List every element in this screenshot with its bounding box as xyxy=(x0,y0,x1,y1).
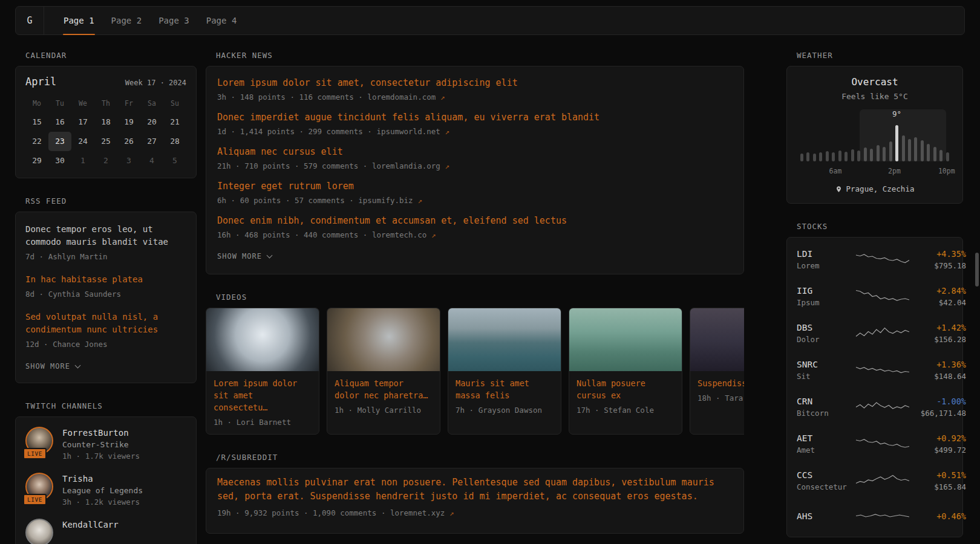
calendar-day[interactable]: 16 xyxy=(48,112,71,132)
hn-show-more-button[interactable]: SHOW MORE xyxy=(217,245,272,268)
tab-page-4[interactable]: Page 4 xyxy=(198,7,246,34)
twitch-channel-info: KendallCarr xyxy=(62,519,119,544)
app-logo[interactable]: G xyxy=(16,7,44,34)
stock-values: -1.00%$66,171.48 xyxy=(910,397,966,418)
video-card[interactable]: Aliquam tempor dolor nec pharetra…1h · M… xyxy=(327,308,440,435)
rss-card: Donec tempor eros leo, ut commodo mauris… xyxy=(15,212,197,383)
hn-story-title[interactable]: Integer eget rutrum lorem xyxy=(217,181,733,192)
calendar-day[interactable]: 30 xyxy=(48,151,71,170)
chevron-down-icon xyxy=(75,362,81,368)
subreddit-post-domain[interactable]: loremnet.xyz xyxy=(390,508,445,517)
hn-story-title[interactable]: Donec enim nibh, condimentum et accumsan… xyxy=(217,215,733,226)
twitch-channel-name[interactable]: ForrestBurton xyxy=(62,427,140,438)
subreddit-post-info: 19h · 9,932 points · 1,090 comments xyxy=(217,508,376,517)
stock-row[interactable]: CRNBitcorn-1.00%$66,171.48 xyxy=(797,389,953,426)
rss-item-title[interactable]: In hac habitasse platea xyxy=(25,273,186,286)
stock-row[interactable]: SNRCSit+1.36%$148.64 xyxy=(797,352,953,389)
hn-story-meta-domain[interactable]: ipsumworld.net xyxy=(376,127,440,136)
stock-sparkline xyxy=(855,361,910,380)
hn-story: Aliquam nec cursus elit21h · 710 points … xyxy=(217,141,733,176)
twitch-channel-row[interactable]: KendallCarr xyxy=(25,519,186,544)
hackernews-card: Lorem ipsum dolor sit amet, consectetur … xyxy=(206,66,744,274)
stock-symbol: LDI xyxy=(797,249,855,259)
hn-story-meta-info: 1d · 1,414 points · 299 comments · xyxy=(217,127,376,136)
twitch-channel-name[interactable]: Trisha xyxy=(62,473,143,484)
calendar-day[interactable]: 20 xyxy=(140,112,163,132)
weather-feels-like: Feels like 5°C xyxy=(797,92,953,101)
calendar-day[interactable]: 5 xyxy=(163,151,186,170)
hn-story-meta-domain[interactable]: ipsumify.biz xyxy=(358,196,413,205)
chevron-down-icon xyxy=(267,252,273,258)
weather-hour-bar xyxy=(838,151,841,161)
hn-story-meta-domain[interactable]: loremlandia.org xyxy=(372,161,440,170)
calendar-day[interactable]: 19 xyxy=(117,112,140,132)
weather-hour-bar xyxy=(826,151,829,161)
video-card[interactable]: Nullam posuere cursus ex17h · Stefan Col… xyxy=(569,308,682,435)
video-card[interactable]: Suspendisse diam18h · Tara xyxy=(690,308,744,435)
hn-story-meta-domain[interactable]: loremtech.co xyxy=(372,230,426,239)
stock-row[interactable]: DBSDolor+1.42%$156.28 xyxy=(797,315,953,352)
weather-hour-bar xyxy=(946,152,949,161)
stock-change: +4.35% xyxy=(910,249,966,259)
stock-row[interactable]: IIGIpsum+2.84%$42.04 xyxy=(797,278,953,315)
calendar-day[interactable]: 3 xyxy=(117,151,140,170)
video-title[interactable]: Nullam posuere cursus ex xyxy=(577,377,675,401)
calendar-day[interactable]: 21 xyxy=(163,112,186,132)
stock-row[interactable]: AHS+0.46% xyxy=(797,499,953,533)
video-card[interactable]: Lorem ipsum dolor sit amet consectetu…1h… xyxy=(206,308,319,435)
calendar-day[interactable]: 25 xyxy=(94,132,117,151)
stock-row[interactable]: AETAmet+0.92%$499.72 xyxy=(797,426,953,462)
calendar-day[interactable]: 15 xyxy=(25,112,48,132)
tab-page-1[interactable]: Page 1 xyxy=(55,7,103,34)
weather-hour-bar xyxy=(939,150,942,161)
hn-story-title[interactable]: Lorem ipsum dolor sit amet, consectetur … xyxy=(217,77,733,88)
video-title[interactable]: Mauris sit amet massa felis xyxy=(456,377,554,401)
calendar-week-year: Week 17 · 2024 xyxy=(125,79,186,87)
hn-story-title[interactable]: Aliquam nec cursus elit xyxy=(217,146,733,157)
twitch-channel-name[interactable]: KendallCarr xyxy=(62,519,119,529)
calendar-day[interactable]: 27 xyxy=(140,132,163,151)
rss-show-more-button[interactable]: SHOW MORE xyxy=(25,355,80,378)
calendar-day[interactable]: 1 xyxy=(71,151,94,170)
stock-symbol: AHS xyxy=(797,511,855,521)
video-card[interactable]: Mauris sit amet massa felis7h · Grayson … xyxy=(448,308,561,435)
stock-name: Ipsum xyxy=(797,298,855,307)
stock-row[interactable]: CCSConsectetur+0.51%$165.84 xyxy=(797,462,953,499)
stock-row[interactable]: LDILorem+4.35%$795.18 xyxy=(797,241,953,278)
stock-sparkline-box xyxy=(855,507,910,525)
calendar-day-selected[interactable]: 23 xyxy=(48,132,71,151)
calendar-day[interactable]: 28 xyxy=(163,132,186,151)
twitch-channel-row[interactable]: LIVETrishaLeague of Legends3h · 1.2k vie… xyxy=(25,473,186,507)
calendar-day[interactable]: 4 xyxy=(140,151,163,170)
calendar-day[interactable]: 24 xyxy=(71,132,94,151)
stock-sparkline-box xyxy=(855,288,910,306)
calendar-day[interactable]: 29 xyxy=(25,151,48,170)
video-card-body: Lorem ipsum dolor sit amet consectetu…1h… xyxy=(206,371,319,434)
stocks-section-title: STOCKS xyxy=(797,222,963,231)
scrollbar-thumb[interactable] xyxy=(975,253,979,287)
stock-symbol: AET xyxy=(797,433,855,443)
hn-story-meta-info: 6h · 60 points · 57 comments · xyxy=(217,196,358,205)
tab-page-3[interactable]: Page 3 xyxy=(150,7,198,34)
weather-hour-bar xyxy=(870,149,873,161)
video-title[interactable]: Aliquam tempor dolor nec pharetra… xyxy=(335,377,433,401)
twitch-channel-row[interactable]: LIVEForrestBurtonCounter-Strike1h · 1.7k… xyxy=(25,427,186,461)
video-thumbnail xyxy=(327,308,440,371)
video-title[interactable]: Lorem ipsum dolor sit amet consectetu… xyxy=(214,377,312,413)
weather-hour-bar xyxy=(844,152,848,161)
calendar-day[interactable]: 18 xyxy=(94,112,117,132)
rss-item-meta-info: 7d · Ashlyn Martin xyxy=(25,252,107,261)
stock-name: Consectetur xyxy=(797,482,855,491)
video-title[interactable]: Suspendisse diam xyxy=(697,377,744,389)
hn-story-meta-domain[interactable]: loremdomain.com xyxy=(367,92,436,102)
rss-item-title[interactable]: Donec tempor eros leo, ut commodo mauris… xyxy=(25,223,186,248)
calendar-day[interactable]: 17 xyxy=(71,112,94,132)
calendar-day[interactable]: 26 xyxy=(117,132,140,151)
hn-story-title[interactable]: Donec imperdiet augue tincidunt felis al… xyxy=(217,112,733,123)
video-meta: 1h · Lori Barnett xyxy=(214,418,312,427)
calendar-day[interactable]: 2 xyxy=(94,151,117,170)
calendar-day[interactable]: 22 xyxy=(25,132,48,151)
subreddit-post-title[interactable]: Maecenas mollis pulvinar erat non posuer… xyxy=(217,476,733,504)
tab-page-2[interactable]: Page 2 xyxy=(103,7,151,34)
rss-item-title[interactable]: Sed volutpat nulla nisl, a condimentum n… xyxy=(25,311,186,336)
